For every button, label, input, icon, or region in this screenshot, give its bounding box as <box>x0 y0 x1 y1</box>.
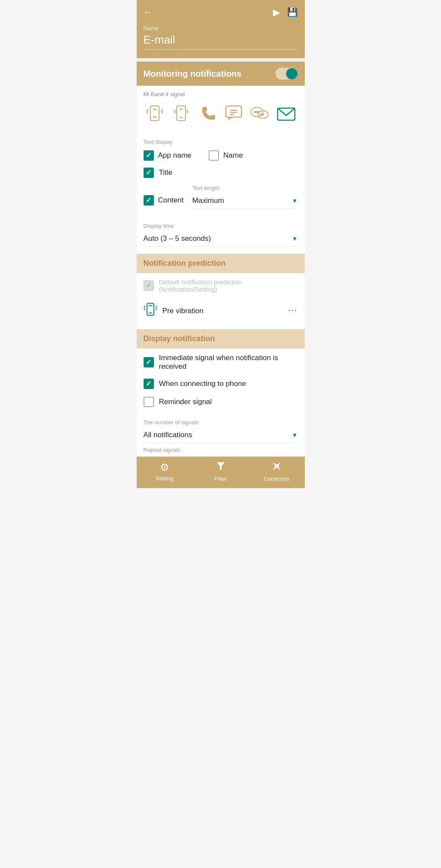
pre-vibration-row: Pre vibration ⋮ <box>144 298 298 324</box>
nav-filter[interactable]: Filter <box>193 461 249 482</box>
pre-vibration-label: Pre vibration <box>163 307 203 315</box>
text-display-label: Text display <box>144 139 298 145</box>
title-row: ✓ Title <box>144 168 298 178</box>
text-length-label: Text length <box>192 185 297 191</box>
title-checkbox[interactable]: ✓ <box>144 168 154 178</box>
back-icon[interactable]: ← <box>144 7 153 18</box>
monitoring-toggle[interactable] <box>275 68 298 80</box>
text-display-section: Text display ✓ App name Name ✓ Title ✓ C… <box>137 132 305 219</box>
display-time-arrow-icon: ▼ <box>292 235 298 242</box>
email-icon[interactable] <box>275 102 298 125</box>
name-label: Name <box>144 25 298 31</box>
text-length-dropdown[interactable]: Maximum ▼ <box>192 193 297 209</box>
signal-icons-row <box>144 102 298 125</box>
svg-line-17 <box>187 110 188 111</box>
signals-count-label: The number of signals <box>144 419 298 426</box>
app-name-label: App name <box>158 151 192 160</box>
content-item: ✓ Content <box>144 195 184 205</box>
reminder-row: Reminder signal <box>144 397 298 407</box>
connecting-row: ✓ When connecting to phone <box>144 379 298 389</box>
filter-icon <box>216 461 226 474</box>
nav-setting[interactable]: ⚙ Setting <box>137 461 193 482</box>
svg-line-45 <box>156 309 157 310</box>
svg-rect-13 <box>177 106 185 121</box>
immediate-label: Immediate signal when notification is re… <box>159 354 298 371</box>
default-notif-check-icon: ✓ <box>146 282 151 289</box>
connecting-checkbox[interactable]: ✓ <box>144 379 154 389</box>
save-icon[interactable]: 💾 <box>287 7 298 18</box>
message-icon[interactable] <box>222 102 245 125</box>
wechat-icon[interactable] <box>249 102 272 125</box>
display-time-section: Display time Auto (3 – 5 seconds) ▼ <box>137 219 305 254</box>
svg-marker-52 <box>217 462 225 470</box>
svg-point-37 <box>263 114 264 115</box>
notification-prediction-content: ✓ Default notification prediction (Notif… <box>137 273 305 329</box>
connecting-check-icon: ✓ <box>146 380 151 387</box>
pre-vibration-left: Pre vibration <box>144 302 203 320</box>
text-length-value: Maximum <box>192 196 224 205</box>
immediate-check-icon: ✓ <box>146 359 151 366</box>
signal-section: Mi Band 4 signal <box>137 86 305 132</box>
display-time-value: Auto (3 – 5 seconds) <box>144 234 211 243</box>
signals-count-value: All notifications <box>144 431 192 439</box>
vibration-light-icon[interactable] <box>170 102 193 125</box>
vibration-strong-icon[interactable] <box>144 102 166 125</box>
immediate-row: ✓ Immediate signal when notification is … <box>144 354 298 371</box>
app-name-item: ✓ App name <box>144 150 192 161</box>
svg-point-34 <box>256 112 258 113</box>
signals-count-dropdown[interactable]: All notifications ▼ <box>144 427 298 443</box>
svg-line-43 <box>156 306 157 307</box>
header-divider <box>137 58 305 62</box>
svg-rect-26 <box>226 106 241 117</box>
reminder-checkbox[interactable] <box>144 397 154 407</box>
svg-line-42 <box>144 309 145 310</box>
three-dots-menu-icon[interactable]: ⋮ <box>288 306 298 316</box>
setting-icon: ⚙ <box>160 461 169 473</box>
svg-point-33 <box>254 112 256 113</box>
notification-prediction-header: Notification prediction <box>137 254 305 273</box>
correction-label: Correction <box>264 476 290 482</box>
svg-line-4 <box>161 109 163 110</box>
header-nav: ← ▶ 💾 <box>144 7 298 18</box>
name-label: Name <box>223 151 243 160</box>
reminder-label: Reminder signal <box>159 398 212 406</box>
repeat-signals-section: Repeat signals <box>137 445 305 457</box>
content-label: Content <box>158 196 184 205</box>
text-length-arrow-icon: ▼ <box>292 197 298 204</box>
pre-vibration-icon <box>144 302 157 320</box>
default-notif-checkbox[interactable]: ✓ <box>144 280 154 291</box>
signal-label: Mi Band 4 signal <box>144 89 298 97</box>
setting-label: Setting <box>156 475 173 482</box>
svg-line-14 <box>174 110 175 111</box>
display-time-dropdown[interactable]: Auto (3 – 5 seconds) ▼ <box>144 231 298 247</box>
title-label: Title <box>159 168 173 177</box>
svg-line-19 <box>187 112 188 113</box>
app-name-name-row: ✓ App name Name <box>144 150 298 161</box>
name-value[interactable]: E-mail <box>144 33 298 50</box>
svg-line-6 <box>161 112 163 113</box>
svg-line-3 <box>147 112 148 113</box>
connecting-label: When connecting to phone <box>159 380 246 388</box>
svg-line-16 <box>174 112 175 113</box>
name-checkbox[interactable] <box>209 150 219 161</box>
immediate-checkbox[interactable]: ✓ <box>144 357 154 367</box>
header-nav-right: ▶ 💾 <box>273 7 298 18</box>
svg-line-40 <box>144 306 145 307</box>
nav-correction[interactable]: Correction <box>249 461 305 482</box>
name-item: Name <box>209 150 243 161</box>
play-icon[interactable]: ▶ <box>273 7 280 18</box>
default-notif-row: ✓ Default notification prediction (Notif… <box>144 278 298 293</box>
app-name-checkbox[interactable]: ✓ <box>144 150 154 161</box>
content-checkbox[interactable]: ✓ <box>144 195 154 205</box>
phone-icon[interactable] <box>196 102 219 125</box>
repeat-signals-label: Repeat signals <box>144 447 298 453</box>
toggle-thumb <box>286 68 297 79</box>
title-check-icon: ✓ <box>146 169 151 176</box>
display-notification-title: Display notification <box>144 334 215 343</box>
display-time-label: Display time <box>144 223 298 229</box>
svg-point-36 <box>260 114 262 115</box>
filter-label: Filter <box>214 476 227 482</box>
header: ← ▶ 💾 Name E-mail <box>137 0 305 58</box>
correction-icon <box>272 461 282 474</box>
signals-count-arrow-icon: ▼ <box>292 432 298 439</box>
